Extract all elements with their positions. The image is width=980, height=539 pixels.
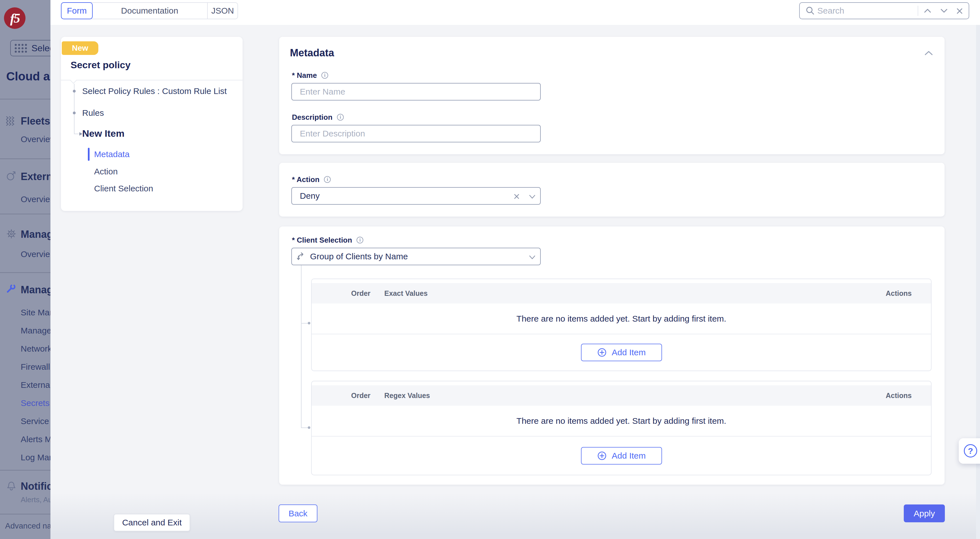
shield-external-icon: [6, 170, 17, 182]
client-selection-select-value: Group of Clients by Name: [306, 252, 408, 261]
sidebar-section-manage[interactable]: Manag: [0, 283, 51, 296]
action-select-value: Deny: [292, 191, 320, 201]
sidebar-item-overview[interactable]: Overvie: [21, 193, 51, 206]
sidebar-divider: [0, 159, 51, 159]
sidebar-section-managed[interactable]: Manag: [0, 228, 51, 241]
column-header-actions: Actions: [886, 289, 912, 298]
empty-state-text: There are no items added yet. Start by a…: [312, 303, 931, 334]
substep-metadata[interactable]: Metadata: [94, 149, 129, 159]
table-footer: Add Item: [312, 436, 931, 475]
column-header-actions: Actions: [886, 392, 912, 400]
info-icon[interactable]: i: [324, 176, 331, 183]
sidebar-item-overview[interactable]: Overvie: [21, 248, 51, 260]
substep-action[interactable]: Action: [94, 167, 118, 176]
add-item-button[interactable]: Add Item: [581, 447, 662, 464]
sidebar-section-label: Manag: [21, 228, 51, 241]
step-select-policy-rules[interactable]: Select Policy Rules : Custom Rule List: [82, 86, 227, 96]
search-next-icon[interactable]: [940, 8, 948, 14]
search-prev-icon[interactable]: [924, 8, 931, 14]
sidebar: f5 Select s Cloud and Fleets Overview Ex…: [0, 0, 51, 539]
stepper-elbow: [74, 134, 79, 134]
help-button[interactable]: ?: [959, 438, 980, 464]
tree-connector-line: [301, 265, 302, 428]
search-icon: [805, 6, 815, 16]
clear-selection-icon[interactable]: [514, 193, 520, 200]
fleet-icon: [6, 115, 17, 126]
search-close-icon[interactable]: [956, 8, 963, 14]
tree-connector-dot: [308, 426, 310, 429]
cancel-and-exit-button[interactable]: Cancel and Exit: [114, 514, 190, 531]
regex-values-table: Order Regex Values Actions There are no …: [311, 381, 932, 475]
search-divider: [918, 6, 918, 16]
column-header-exact-values: Exact Values: [384, 289, 886, 298]
sidebar-item-alerts[interactable]: Alerts M: [21, 433, 51, 445]
name-label-text: * Name: [292, 71, 317, 80]
bell-icon: [6, 480, 17, 491]
exact-values-table: Order Exact Values Actions There are no …: [311, 279, 932, 371]
column-header-order: Order: [351, 289, 384, 298]
sidebar-item-service[interactable]: Service: [21, 415, 51, 428]
info-icon[interactable]: i: [321, 72, 328, 79]
sidebar-section-label: Notifica: [21, 480, 51, 493]
view-tab-group: Form Documentation JSON: [61, 2, 238, 19]
sidebar-item-site-management[interactable]: Site Mar: [21, 306, 51, 319]
step-rules[interactable]: Rules: [82, 108, 104, 118]
sidebar-section-label: Externa: [21, 170, 51, 184]
sidebar-divider: [0, 272, 51, 273]
stepper-divider: [61, 80, 243, 81]
sidebar-divider: [0, 214, 51, 214]
client-selection-select[interactable]: Group of Clients by Name: [291, 248, 541, 265]
metadata-section-title: Metadata: [290, 47, 334, 59]
sidebar-item-firewall[interactable]: Firewall: [21, 361, 51, 373]
apply-button[interactable]: Apply: [904, 504, 945, 522]
advanced-nav-toggle[interactable]: Advanced nav: [5, 522, 51, 531]
collapse-chevron-icon[interactable]: [924, 51, 933, 55]
sidebar-item-secrets[interactable]: Secrets: [21, 397, 51, 409]
sidebar-section-label: Manag: [21, 283, 51, 296]
add-circle-icon: [597, 451, 607, 461]
tab-form[interactable]: Form: [61, 2, 93, 19]
client-selection-label-text: * Client Selection: [292, 236, 352, 244]
client-selection-field-label: * Client Selection i: [292, 236, 363, 244]
tab-documentation[interactable]: Documentation: [92, 3, 207, 19]
add-item-label: Add Item: [612, 348, 646, 357]
sidebar-notifications-subtitle: Alerts, Au: [21, 495, 51, 504]
description-input[interactable]: [291, 125, 541, 143]
name-input[interactable]: [291, 83, 541, 100]
empty-state-text: There are no items added yet. Start by a…: [312, 406, 931, 436]
table-header-row: Order Exact Values Actions: [312, 283, 931, 303]
wrench-icon: [6, 284, 17, 295]
back-button[interactable]: Back: [278, 504, 317, 522]
action-field-label: * Action i: [292, 175, 331, 184]
step-new-item[interactable]: New Item: [82, 128, 124, 139]
step-dot: [73, 111, 76, 114]
chevron-down-icon[interactable]: [529, 195, 536, 199]
sidebar-divider: [0, 470, 51, 471]
description-field-label: Description i: [292, 113, 344, 122]
workspace-selector-button[interactable]: Select s: [10, 40, 51, 56]
sidebar-section-fleets[interactable]: Fleets: [0, 114, 51, 128]
add-circle-icon: [597, 347, 607, 358]
f5-logo[interactable]: f5: [4, 7, 25, 29]
sidebar-item-overview[interactable]: Overview: [21, 133, 51, 146]
sidebar-section-external[interactable]: Externa: [0, 170, 51, 184]
search-input[interactable]: [817, 4, 908, 18]
tab-json[interactable]: JSON: [207, 3, 237, 19]
info-icon[interactable]: i: [337, 114, 344, 120]
sidebar-divider: [0, 99, 51, 99]
active-substep-bar: [88, 148, 89, 161]
substep-client-selection[interactable]: Client Selection: [94, 184, 153, 193]
add-item-label: Add Item: [612, 451, 646, 461]
sidebar-item-log-management[interactable]: Log Mar: [21, 451, 51, 464]
workspace-selector-label: Select s: [32, 43, 51, 54]
sidebar-item-network[interactable]: Network: [21, 342, 51, 355]
action-select[interactable]: Deny: [291, 187, 541, 205]
add-item-button[interactable]: Add Item: [581, 344, 662, 361]
helm-icon: [6, 228, 17, 239]
sidebar-item-external[interactable]: External: [21, 379, 51, 391]
column-header-order: Order: [351, 392, 384, 400]
sidebar-item-manage[interactable]: Manage: [21, 324, 51, 337]
sidebar-section-notifications[interactable]: Notifica: [0, 480, 51, 493]
chevron-down-icon[interactable]: [529, 255, 536, 260]
info-icon[interactable]: i: [356, 237, 363, 243]
